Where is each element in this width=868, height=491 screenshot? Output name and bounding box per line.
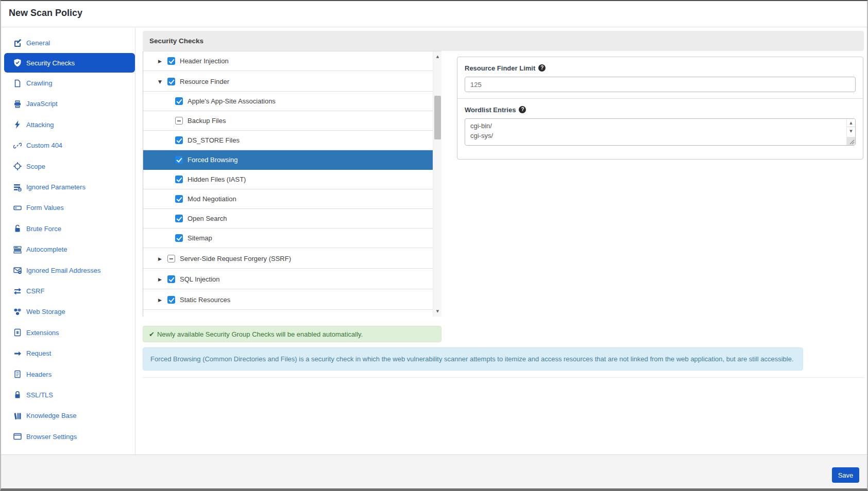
checked-checkbox[interactable] bbox=[167, 78, 175, 85]
sidebar-item-javascript[interactable]: JavaScript bbox=[1, 94, 135, 114]
sidebar-item-label: Extensions bbox=[26, 329, 59, 337]
scroll-down-icon[interactable]: ▼ bbox=[847, 128, 855, 135]
tree-row-server-side-request-forgery-ssrf[interactable]: ▶ Server-Side Request Forgery (SSRF) bbox=[143, 249, 433, 269]
sidebar-item-extensions[interactable]: Extensions bbox=[1, 322, 135, 343]
sidebar-item-label: Request bbox=[26, 349, 51, 357]
tree-row-label: Resource Finder bbox=[180, 78, 229, 85]
checked-checkbox[interactable] bbox=[175, 215, 183, 222]
tree-row-open-search[interactable]: Open Search bbox=[143, 209, 433, 229]
edit-icon bbox=[13, 39, 22, 47]
indeterminate-checkbox[interactable] bbox=[167, 255, 175, 262]
sidebar-item-browser-settings[interactable]: Browser Settings bbox=[1, 426, 135, 447]
tree-row-label: DS_STORE Files bbox=[188, 136, 240, 144]
sidebar-item-crawling[interactable]: Crawling bbox=[1, 73, 135, 93]
doc-lines-icon bbox=[13, 370, 22, 378]
collapse-arrow-icon[interactable]: ▼ bbox=[158, 79, 167, 84]
sidebar-item-label: Crawling bbox=[26, 79, 53, 87]
tree-row-label: Forced Browsing bbox=[188, 156, 238, 164]
sidebar-item-web-storage[interactable]: Web Storage bbox=[1, 302, 135, 322]
sidebar-item-ssl-tls[interactable]: SSL/TLS bbox=[1, 384, 135, 405]
arrow-right-icon bbox=[13, 349, 22, 358]
expand-arrow-icon[interactable]: ▶ bbox=[158, 297, 167, 303]
scroll-up-icon[interactable]: ▲ bbox=[847, 119, 855, 127]
tree-row-mod-negotiation[interactable]: Mod Negotiation bbox=[143, 189, 433, 209]
tree-row-sql-injection[interactable]: ▶ SQL Injection bbox=[143, 270, 433, 289]
wordlist-entries-textarea[interactable]: cgi-bin/ cgi-sys/ ▲ ▼ bbox=[465, 118, 856, 146]
form-input-icon bbox=[13, 204, 22, 212]
expand-arrow-icon[interactable]: ▶ bbox=[158, 277, 167, 282]
info-alert-text: Forced Browsing (Common Directories and … bbox=[150, 355, 794, 363]
textarea-scrollbar[interactable]: ▲ ▼ bbox=[846, 119, 855, 145]
checked-checkbox[interactable] bbox=[167, 57, 175, 65]
tree-row-apple-s-app-site-associations[interactable]: Apple's App-Site Associations bbox=[143, 92, 433, 111]
resource-finder-limit-input[interactable] bbox=[465, 77, 856, 92]
wordlist-entries-section: Wordlist Entries ? cgi-bin/ cgi-sys/ ▲ ▼ bbox=[457, 98, 863, 152]
wordlist-entries-label-row: Wordlist Entries ? bbox=[465, 105, 856, 114]
sidebar-item-label: Browser Settings bbox=[26, 433, 77, 441]
checked-checkbox[interactable] bbox=[175, 136, 183, 144]
checked-checkbox[interactable] bbox=[175, 195, 183, 203]
sidebar-item-label: Brute Force bbox=[26, 225, 61, 233]
checked-checkbox[interactable] bbox=[175, 234, 183, 242]
tree-row-ds-store-files[interactable]: DS_STORE Files bbox=[143, 131, 433, 150]
sidebar-item-scope[interactable]: Scope bbox=[1, 156, 135, 177]
sidebar-item-knowledge-base[interactable]: Knowledge Base bbox=[1, 406, 135, 426]
wordlist-entries-value[interactable]: cgi-bin/ cgi-sys/ bbox=[465, 121, 846, 145]
sidebar-item-custom-404[interactable]: Custom 404 bbox=[1, 135, 135, 156]
sidebar-item-autocomplete[interactable]: Autocomplete bbox=[1, 239, 135, 260]
sidebar-item-headers[interactable]: Headers bbox=[1, 364, 135, 384]
tree-row-resource-finder[interactable]: ▼ Resource Finder bbox=[143, 72, 433, 92]
scrollbar-thumb[interactable] bbox=[434, 96, 441, 139]
scroll-up-icon[interactable]: ▲ bbox=[433, 52, 441, 61]
security-checks-tree: ▶ Header Injection ▼ Resource Finder App… bbox=[143, 51, 441, 317]
sidebar-item-label: Attacking bbox=[26, 121, 54, 129]
checked-checkbox[interactable] bbox=[175, 156, 183, 164]
tree-scrollbar[interactable]: ▲ ▼ bbox=[433, 51, 441, 317]
file-icon bbox=[13, 79, 22, 87]
resource-finder-limit-label: Resource Finder Limit bbox=[465, 64, 535, 72]
question-circle-icon[interactable]: ? bbox=[519, 106, 526, 113]
tree-row-label: SQL Injection bbox=[180, 275, 220, 283]
check-icon: ✔ bbox=[149, 330, 155, 338]
checked-checkbox[interactable] bbox=[175, 97, 183, 105]
tree-row-label: Header Injection bbox=[180, 57, 229, 65]
title-bar: New Scan Policy bbox=[1, 1, 867, 27]
sidebar-item-ignored-email-addresses[interactable]: Ignored Email Addresses bbox=[1, 260, 135, 280]
tree-row-label: Open Search bbox=[188, 215, 227, 222]
sidebar-item-csrf[interactable]: CSRF bbox=[1, 280, 135, 301]
question-circle-icon[interactable]: ? bbox=[538, 64, 546, 72]
sidebar-item-label: Autocomplete bbox=[26, 246, 67, 253]
tree-row-backup-files[interactable]: Backup Files bbox=[143, 111, 433, 131]
scroll-down-icon[interactable]: ▼ bbox=[433, 307, 441, 316]
expand-arrow-icon[interactable]: ▶ bbox=[158, 59, 167, 64]
tree-row-forced-browsing[interactable]: Forced Browsing bbox=[143, 150, 433, 170]
shield-icon bbox=[13, 59, 22, 67]
sidebar-item-attacking[interactable]: Attacking bbox=[1, 114, 135, 135]
resize-grip-icon[interactable] bbox=[847, 137, 855, 145]
sidebar-item-label: Security Checks bbox=[26, 59, 75, 67]
sidebar-item-form-values[interactable]: Form Values bbox=[1, 198, 135, 218]
sidebar-item-label: Web Storage bbox=[26, 308, 65, 315]
checked-checkbox[interactable] bbox=[167, 275, 175, 283]
sidebar-item-ignored-parameters[interactable]: Ignored Parameters bbox=[1, 177, 135, 197]
save-button[interactable]: Save bbox=[832, 467, 859, 483]
sidebar-item-general[interactable]: General bbox=[1, 32, 135, 53]
tree-row-label: Apple's App-Site Associations bbox=[188, 97, 276, 105]
sidebar-item-brute-force[interactable]: Brute Force bbox=[1, 218, 135, 239]
tree-row-static-resources[interactable]: ▶ Static Resources bbox=[143, 290, 433, 310]
sidebar-item-label: Ignored Email Addresses bbox=[26, 267, 101, 274]
script-stack-icon bbox=[13, 100, 22, 108]
checked-checkbox[interactable] bbox=[175, 176, 183, 183]
checked-checkbox[interactable] bbox=[167, 296, 175, 304]
section-header-title: Security Checks bbox=[149, 37, 203, 45]
tree-row-sitemap[interactable]: Sitemap bbox=[143, 229, 433, 248]
tree-row-hidden-files-iast[interactable]: Hidden Files (IAST) bbox=[143, 170, 433, 189]
expand-arrow-icon[interactable]: ▶ bbox=[158, 256, 167, 261]
sidebar-item-request[interactable]: Request bbox=[1, 343, 135, 363]
indeterminate-checkbox[interactable] bbox=[175, 117, 183, 125]
tree-row-header-injection[interactable]: ▶ Header Injection bbox=[143, 51, 433, 71]
details-panel: Resource Finder Limit ? Wordlist Entries… bbox=[457, 57, 863, 160]
exchange-arrows-icon bbox=[13, 287, 22, 295]
sidebar-item-security-checks[interactable]: Security Checks bbox=[4, 53, 135, 73]
sidebar-item-label: SSL/TLS bbox=[26, 391, 53, 399]
